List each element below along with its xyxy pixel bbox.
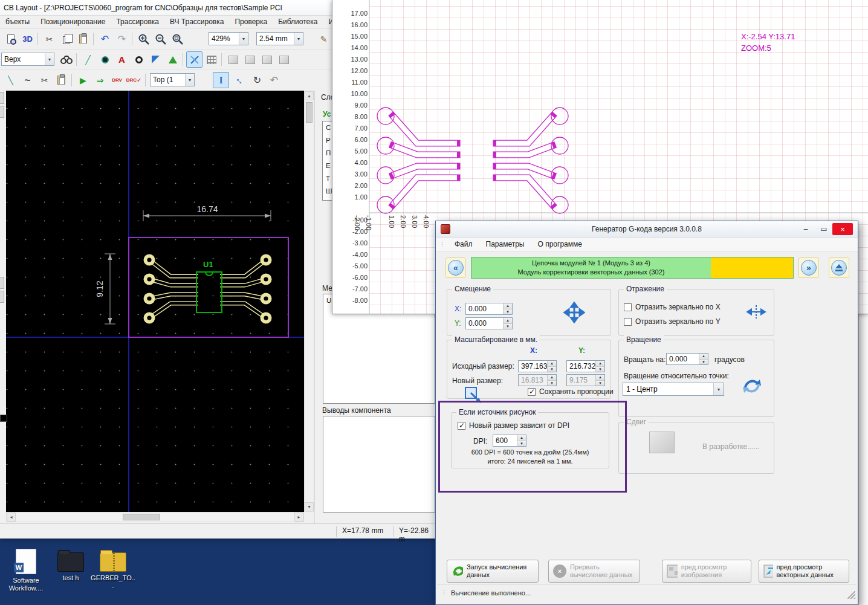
tool-button[interactable] xyxy=(225,51,241,68)
gcode-titlebar[interactable]: Генератор G-кода версия 3.0.0.8 – ▭ × xyxy=(436,221,858,238)
scroll-right-icon[interactable]: ▸ xyxy=(294,513,303,522)
hscroll-thumb[interactable] xyxy=(123,514,160,520)
source-y-input[interactable]: 216.732 ▴▾ xyxy=(566,360,605,372)
checkbox-checked-icon[interactable] xyxy=(528,388,536,396)
zoom-window-button[interactable] xyxy=(169,31,186,47)
view-3d-button[interactable]: 3D xyxy=(19,31,36,47)
zoom-in-button[interactable] xyxy=(135,31,152,47)
menu-file[interactable]: Файл xyxy=(448,238,479,251)
layer-combo[interactable]: Верх▾ xyxy=(1,53,54,66)
undo-button[interactable]: ↶ xyxy=(97,31,113,47)
measure-tool-button[interactable] xyxy=(186,51,202,68)
pad-tool-button[interactable] xyxy=(97,51,113,68)
next-module-button[interactable]: » xyxy=(798,257,819,278)
vscroll-thumb[interactable] xyxy=(306,102,313,123)
chevron-down-icon[interactable]: ▾ xyxy=(45,53,54,65)
clipboard-button[interactable] xyxy=(53,72,70,88)
eject-module-button[interactable] xyxy=(829,257,849,278)
dock-button[interactable] xyxy=(0,92,4,104)
trace-tool-button[interactable]: ╲ xyxy=(2,72,19,88)
spin-down-icon[interactable]: ▾ xyxy=(504,324,512,329)
canvas-hscrollbar[interactable]: ◂ ▸ xyxy=(6,512,304,522)
scroll-up-icon[interactable]: ▴ xyxy=(305,91,314,100)
source-x-input[interactable]: 397.163 ▴▾ xyxy=(518,360,557,372)
tool-button[interactable] xyxy=(276,51,292,68)
arc-tool-button[interactable]: ~ xyxy=(19,72,36,88)
scroll-left-icon[interactable]: ◂ xyxy=(7,513,16,522)
run-calculation-button[interactable]: Запуск вычисления данных xyxy=(447,560,539,583)
drc-button[interactable]: DRC✓ xyxy=(126,72,142,88)
menu-item[interactable]: Библиотека xyxy=(273,16,323,28)
desktop-icon-word[interactable]: W Software Workflow.... xyxy=(4,549,48,592)
text-tool-button[interactable]: A xyxy=(114,51,130,68)
abort-calculation-button[interactable]: × Прервать вычисление данных xyxy=(548,560,640,583)
line-tool-button[interactable]: ╱ xyxy=(80,51,96,68)
mirror-y-checkbox[interactable]: Отразить зеркально по Y xyxy=(624,317,721,326)
drv-button[interactable]: DRV xyxy=(109,72,125,88)
dpi-input[interactable]: 600 ▴▾ xyxy=(493,435,526,447)
signal-layer-combo[interactable]: Top (1▾ xyxy=(150,73,195,86)
edit-button[interactable]: ✎ xyxy=(316,31,332,47)
chevron-down-icon[interactable]: ▾ xyxy=(239,33,248,45)
offset-y-input[interactable]: 0.000 ▴▾ xyxy=(465,317,513,329)
chevron-down-icon[interactable]: ▾ xyxy=(294,33,303,45)
dpi-checkbox[interactable]: Новый размер зависит от DPI xyxy=(458,421,569,430)
keep-proportions-checkbox[interactable]: Сохранять пропорции xyxy=(528,387,614,396)
paste-button[interactable] xyxy=(75,31,91,47)
angle-input[interactable]: 0.000 ▴▾ xyxy=(666,353,708,365)
rotation-point-combo[interactable]: 1 - Центр ▾ xyxy=(623,383,724,396)
chevron-down-icon[interactable]: ▾ xyxy=(713,383,724,395)
new-y-input[interactable]: 9.175 ▴▾ xyxy=(566,374,605,386)
rotate-tool-button[interactable]: ↻ xyxy=(249,72,265,88)
preview-image-button[interactable]: пред.просмотр изображения xyxy=(662,560,751,583)
zoom-out-button[interactable] xyxy=(152,31,169,47)
canvas-vscrollbar[interactable]: ▴ ▾ xyxy=(304,91,314,512)
pins-list[interactable] xyxy=(323,416,435,513)
close-button[interactable]: × xyxy=(832,223,853,235)
tool-button[interactable] xyxy=(259,51,275,68)
menu-item[interactable]: Проверка xyxy=(229,16,273,28)
circle-tool-button[interactable] xyxy=(131,51,147,68)
checkbox-icon[interactable] xyxy=(624,318,632,326)
menu-item[interactable]: ВЧ Трассировка xyxy=(164,16,229,28)
maximize-button[interactable]: ▭ xyxy=(815,223,832,235)
copy-button[interactable] xyxy=(58,31,74,47)
pcb-canvas[interactable]: U1 16.74 9.12 xyxy=(6,91,304,512)
cut-trace-button[interactable]: ✂ xyxy=(36,72,53,88)
search-button[interactable] xyxy=(58,51,74,68)
resize-tool-button[interactable]: ↔ xyxy=(228,68,251,91)
spin-down-icon[interactable]: ▾ xyxy=(504,309,512,315)
preview-vectors-button[interactable]: пред.просмотр векторных данных xyxy=(759,560,849,583)
zone-tool-button[interactable] xyxy=(164,51,181,68)
back-tool-button[interactable]: ↶ xyxy=(266,72,282,88)
checkbox-icon[interactable] xyxy=(624,303,632,311)
menu-about[interactable]: О программе xyxy=(531,238,588,251)
menu-item[interactable]: Позиционирование xyxy=(35,16,111,28)
dock-button[interactable] xyxy=(0,291,4,303)
prev-module-button[interactable]: « xyxy=(445,257,466,278)
menu-item[interactable]: Трассировка xyxy=(111,16,164,28)
dock-button[interactable] xyxy=(0,277,4,289)
menu-item[interactable]: бъекты xyxy=(0,16,35,28)
mirror-x-checkbox[interactable]: Отразить зеркально по X xyxy=(624,303,721,311)
checkbox-checked-icon[interactable] xyxy=(458,422,465,430)
minimize-button[interactable]: – xyxy=(797,223,814,235)
grid-step-combo[interactable]: 2.54 mm▾ xyxy=(256,32,303,45)
export-button[interactable]: ⇒ xyxy=(92,72,108,88)
dock-button[interactable] xyxy=(0,106,4,118)
spin-up-icon[interactable]: ▴ xyxy=(504,303,512,309)
spin-up-icon[interactable]: ▴ xyxy=(504,318,512,324)
redo-button[interactable]: ↷ xyxy=(114,31,130,47)
desktop-icon-folder[interactable]: test h xyxy=(48,549,93,582)
scroll-down-icon[interactable]: ▾ xyxy=(305,502,314,511)
chevron-down-icon[interactable]: ▾ xyxy=(185,74,194,86)
run-button[interactable]: ▶ xyxy=(75,72,91,88)
tool-button[interactable] xyxy=(242,51,258,68)
menu-params[interactable]: Параметры xyxy=(479,238,531,251)
print-preview-button[interactable] xyxy=(2,31,19,47)
offset-x-input[interactable]: 0.000 ▴▾ xyxy=(465,303,513,315)
color-swatch[interactable] xyxy=(0,415,7,422)
grid-tool-button[interactable] xyxy=(203,51,219,68)
resize-grip[interactable] xyxy=(847,591,855,599)
zoom-level-combo[interactable]: 429%▾ xyxy=(209,32,248,45)
